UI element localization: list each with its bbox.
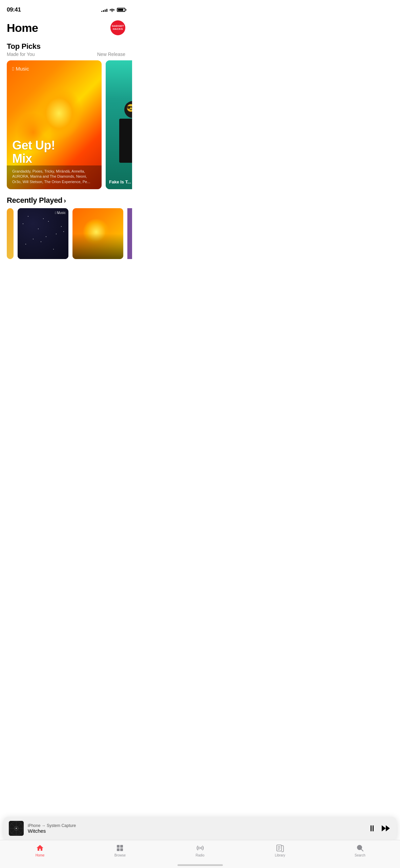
top-picks-title: Top Picks [7,42,125,51]
status-bar: 09:41 [0,0,132,15]
status-time: 09:41 [7,6,21,13]
recently-played-title: Recently Played [7,196,62,205]
card-footer: Grandaddy, Pixies, Tricky, Mïrändä, Anne… [7,165,102,189]
recent-card-purple[interactable] [127,208,132,259]
apple-music-badge-stars:  Music [55,211,66,215]
card-person-footer: Fake Is T... [106,176,132,189]
signal-icon [101,8,107,12]
wifi-icon [109,8,115,12]
top-picks-subtitle-row: Made for You New Release [0,52,132,60]
top-picks-section-header: Top Picks [0,39,132,52]
recently-played-chevron[interactable]: › [64,197,66,204]
card-title-line1: Get Up! [12,138,55,152]
card-title-line2: Mix [12,152,32,165]
recently-played-section: Recently Played › [0,196,132,259]
page-header: Home GADGETHACKS [0,15,132,39]
person-body [119,119,132,163]
card-title-area: Get Up! Mix [12,139,96,165]
recently-played-header[interactable]: Recently Played › [0,196,132,208]
profile-badge[interactable]: GADGETHACKS [110,20,125,35]
card-main-title: Get Up! Mix [12,139,96,165]
recent-card-orange-overlay [72,234,123,259]
person-figure [112,101,132,176]
top-picks-cards-scroll[interactable]:  Music Get Up! Mix Grandaddy, Pixies, T… [0,60,132,189]
apple-logo-symbol:  [12,66,14,72]
stars-background [18,208,68,259]
apple-music-badge-text: Music [57,211,66,215]
apple-music-logo-text: Music [16,66,29,72]
recent-card-stars[interactable]:  Music [18,208,68,259]
page-title: Home [7,21,38,35]
battery-icon [117,8,125,12]
recently-played-scroll[interactable]:  Music [0,208,132,259]
profile-badge-text: GADGETHACKS [112,25,124,31]
new-release-label: New Release [97,52,125,57]
person-head [124,101,132,118]
status-icons [101,8,125,12]
card-person-title: Fake Is T... [109,179,132,184]
recent-card-partial[interactable] [7,208,14,259]
made-for-you-label: Made for You [7,52,35,57]
apple-music-logo:  Music [12,66,96,72]
card-footer-text: Grandaddy, Pixies, Tricky, Mïrändä, Anne… [12,169,96,184]
card-content:  Music Get Up! Mix Grandaddy, Pixies, T… [7,60,102,189]
recent-card-orange[interactable] [72,208,123,259]
get-up-mix-card[interactable]:  Music Get Up! Mix Grandaddy, Pixies, T… [7,60,102,189]
fake-is-card[interactable]: Fake Is T... [106,60,132,189]
